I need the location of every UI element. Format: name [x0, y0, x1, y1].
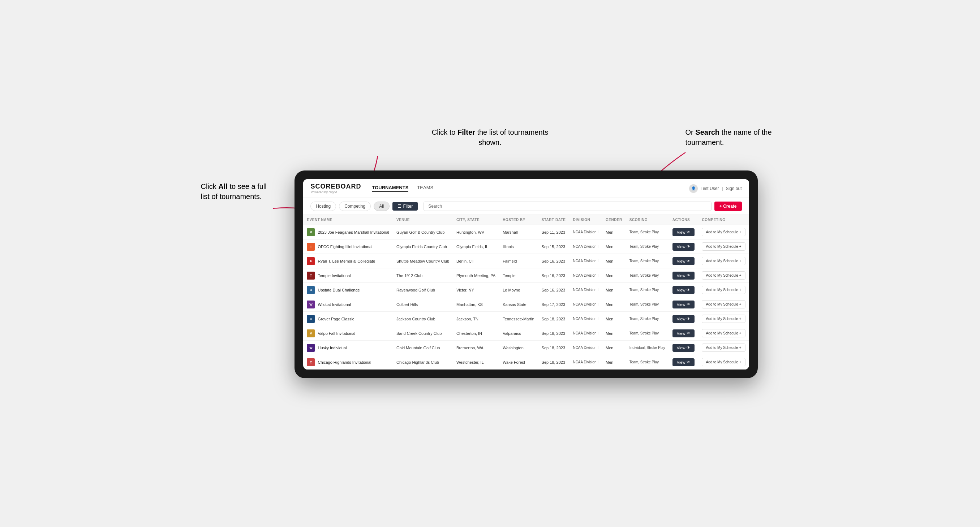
division-cell-8: NCAA Division I	[569, 341, 602, 355]
tab-all[interactable]: All	[374, 202, 389, 211]
competing-cell-8: Add to My Schedule +	[698, 341, 749, 355]
eye-icon-0: 👁	[687, 230, 690, 234]
scoring-cell-3: Team, Stroke Play	[626, 268, 669, 283]
table-body: M 2023 Joe Feaganes Marshall Invitationa…	[303, 225, 749, 370]
division-cell-9: NCAA Division I	[569, 355, 602, 370]
add-schedule-button-8[interactable]: Add to My Schedule +	[702, 343, 745, 352]
filter-label: Filter	[403, 204, 413, 209]
city-cell-9: Westchester, IL	[453, 355, 499, 370]
eye-icon-9: 👁	[687, 360, 690, 364]
logo-area: SCOREBOARD Powered by clippd	[310, 183, 361, 194]
event-name-cell-6: G Grover Page Classic	[303, 312, 393, 326]
event-name-7: Valpo Fall Invitational	[318, 331, 355, 336]
table-row: T Temple Invitational The 1912 Club Plym…	[303, 268, 749, 283]
event-name-2: Ryan T. Lee Memorial Collegiate	[318, 259, 375, 264]
date-cell-8: Sep 18, 2023	[538, 341, 570, 355]
table-row: C Chicago Highlands Invitational Chicago…	[303, 355, 749, 370]
annotation-all: Click All to see a full list of tourname…	[200, 181, 277, 202]
nav-tournaments[interactable]: TOURNAMENTS	[372, 185, 408, 192]
event-name-cell-1: I OFCC Fighting Illini Invitational	[303, 240, 393, 254]
date-cell-9: Sep 18, 2023	[538, 355, 570, 370]
gender-cell-6: Men	[602, 312, 626, 326]
scoring-cell-0: Team, Stroke Play	[626, 225, 669, 240]
logo-sub: Powered by clippd	[310, 190, 361, 194]
scoring-cell-9: Team, Stroke Play	[626, 355, 669, 370]
venue-cell-2: Shuttle Meadow Country Club	[393, 254, 453, 268]
table-row: M 2023 Joe Feaganes Marshall Invitationa…	[303, 225, 749, 240]
view-button-9[interactable]: View 👁	[673, 358, 695, 366]
actions-cell-2: View 👁	[669, 254, 698, 268]
add-schedule-button-3[interactable]: Add to My Schedule +	[702, 271, 745, 279]
annotation-filter: Click to Filter the list of tournaments …	[425, 127, 555, 148]
team-logo-1: I	[307, 243, 315, 251]
city-cell-0: Huntington, WV	[453, 225, 499, 240]
competing-cell-2: Add to My Schedule +	[698, 254, 749, 268]
division-cell-3: NCAA Division I	[569, 268, 602, 283]
col-actions: ACTIONS	[669, 215, 698, 225]
date-cell-3: Sep 16, 2023	[538, 268, 570, 283]
add-schedule-button-2[interactable]: Add to My Schedule +	[702, 257, 745, 265]
actions-cell-3: View 👁	[669, 268, 698, 283]
city-cell-6: Jackson, TN	[453, 312, 499, 326]
competing-cell-3: Add to My Schedule +	[698, 268, 749, 283]
view-button-1[interactable]: View 👁	[673, 243, 695, 251]
gender-cell-7: Men	[602, 326, 626, 341]
table-row: F Ryan T. Lee Memorial Collegiate Shuttl…	[303, 254, 749, 268]
division-cell-6: NCAA Division I	[569, 312, 602, 326]
tablet-screen: SCOREBOARD Powered by clippd TOURNAMENTS…	[303, 179, 749, 370]
view-button-5[interactable]: View 👁	[673, 300, 695, 308]
gender-cell-1: Men	[602, 240, 626, 254]
competing-cell-0: Add to My Schedule +	[698, 225, 749, 240]
scoring-cell-6: Team, Stroke Play	[626, 312, 669, 326]
hosted-cell-5: Kansas State	[499, 297, 538, 312]
hosted-cell-7: Valparaiso	[499, 326, 538, 341]
scoring-cell-8: Individual, Stroke Play	[626, 341, 669, 355]
add-schedule-button-9[interactable]: Add to My Schedule +	[702, 358, 745, 366]
date-cell-5: Sep 17, 2023	[538, 297, 570, 312]
hosted-cell-9: Wake Forest	[499, 355, 538, 370]
eye-icon-4: 👁	[687, 288, 690, 292]
team-logo-9: C	[307, 358, 315, 366]
tab-hosting[interactable]: Hosting	[310, 202, 336, 211]
add-schedule-button-7[interactable]: Add to My Schedule +	[702, 329, 745, 337]
tab-competing[interactable]: Competing	[339, 202, 371, 211]
actions-cell-8: View 👁	[669, 341, 698, 355]
actions-cell-0: View 👁	[669, 225, 698, 240]
view-button-4[interactable]: View 👁	[673, 286, 695, 294]
city-cell-5: Manhattan, KS	[453, 297, 499, 312]
search-input[interactable]	[423, 202, 711, 211]
add-schedule-button-4[interactable]: Add to My Schedule +	[702, 286, 745, 294]
team-logo-2: F	[307, 257, 315, 265]
view-button-8[interactable]: View 👁	[673, 344, 695, 352]
add-schedule-button-5[interactable]: Add to My Schedule +	[702, 300, 745, 308]
view-button-3[interactable]: View 👁	[673, 271, 695, 279]
add-schedule-button-1[interactable]: Add to My Schedule +	[702, 242, 745, 251]
create-button[interactable]: + Create	[714, 202, 742, 211]
division-cell-4: NCAA Division I	[569, 283, 602, 297]
eye-icon-3: 👁	[687, 273, 690, 278]
filter-button[interactable]: ☰ Filter	[393, 202, 418, 211]
separator: |	[722, 186, 723, 191]
tablet-frame: SCOREBOARD Powered by clippd TOURNAMENTS…	[294, 170, 757, 378]
competing-cell-5: Add to My Schedule +	[698, 297, 749, 312]
eye-icon-8: 👁	[687, 346, 690, 350]
event-name-6: Grover Page Classic	[318, 317, 354, 321]
view-button-7[interactable]: View 👁	[673, 329, 695, 337]
event-name-cell-7: V Valpo Fall Invitational	[303, 326, 393, 341]
hosted-cell-4: Le Moyne	[499, 283, 538, 297]
view-button-0[interactable]: View 👁	[673, 228, 695, 236]
actions-cell-9: View 👁	[669, 355, 698, 370]
view-button-2[interactable]: View 👁	[673, 257, 695, 265]
venue-cell-7: Sand Creek Country Club	[393, 326, 453, 341]
hosted-cell-8: Washington	[499, 341, 538, 355]
add-schedule-button-0[interactable]: Add to My Schedule +	[702, 228, 745, 236]
actions-cell-6: View 👁	[669, 312, 698, 326]
event-name-5: Wildcat Invitational	[318, 302, 351, 307]
nav-teams[interactable]: TEAMS	[417, 185, 433, 192]
sign-out-link[interactable]: Sign out	[725, 186, 741, 191]
add-schedule-button-6[interactable]: Add to My Schedule +	[702, 314, 745, 323]
view-button-6[interactable]: View 👁	[673, 315, 695, 323]
col-division: DIVISION	[569, 215, 602, 225]
team-logo-3: T	[307, 271, 315, 279]
hosted-cell-3: Temple	[499, 268, 538, 283]
